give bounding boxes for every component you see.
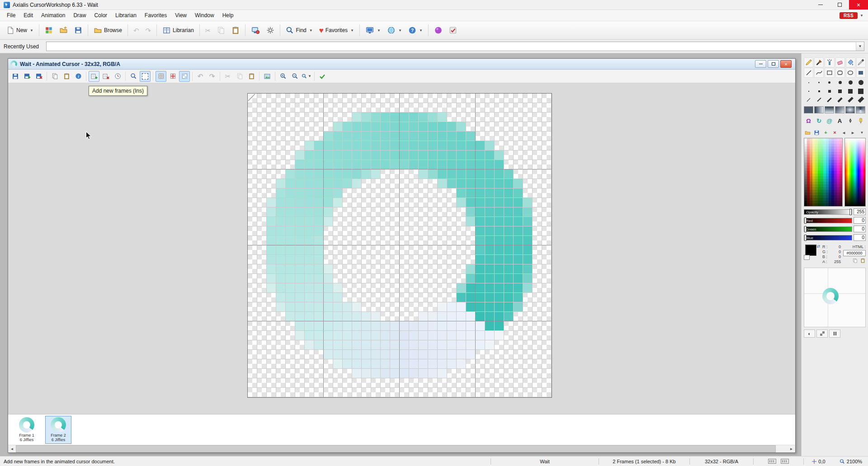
copy-html-button[interactable] xyxy=(852,258,858,264)
pixel-cell[interactable] xyxy=(495,132,504,141)
pixel-cell[interactable] xyxy=(400,141,409,151)
pixel-cell[interactable] xyxy=(457,350,466,359)
pixel-cell[interactable] xyxy=(352,274,362,283)
pixel-cell[interactable] xyxy=(533,388,542,397)
pixel-cell[interactable] xyxy=(400,151,409,160)
pixel-cell[interactable] xyxy=(333,188,343,198)
pixel-cell[interactable] xyxy=(447,236,457,245)
pixel-cell[interactable] xyxy=(257,226,267,236)
pixel-cell[interactable] xyxy=(381,293,390,302)
selection-tool-button[interactable] xyxy=(140,71,151,82)
pixel-cell[interactable] xyxy=(485,350,495,359)
pixel-cell[interactable] xyxy=(248,169,257,179)
pixel-cell[interactable] xyxy=(295,388,305,397)
pixel-cell[interactable] xyxy=(362,378,371,388)
pixel-cell[interactable] xyxy=(409,274,419,283)
pixel-cell[interactable] xyxy=(295,369,305,378)
pixel-cell[interactable] xyxy=(257,169,267,179)
pixel-cell[interactable] xyxy=(286,226,295,236)
pixel-cell[interactable] xyxy=(276,350,286,359)
pixel-cell[interactable] xyxy=(276,388,286,397)
pixel-cell[interactable] xyxy=(542,122,552,132)
at-symbol-tool-button[interactable]: @ xyxy=(825,116,834,125)
pixel-cell[interactable] xyxy=(419,245,428,255)
pixel-cell[interactable] xyxy=(457,274,466,283)
pixel-cell[interactable] xyxy=(343,312,352,321)
pixel-cell[interactable] xyxy=(438,369,447,378)
pixel-cell[interactable] xyxy=(485,359,495,369)
pixel-cell[interactable] xyxy=(371,160,381,169)
pixel-cell[interactable] xyxy=(542,245,552,255)
pixel-cell[interactable] xyxy=(390,359,400,369)
pixel-cell[interactable] xyxy=(542,312,552,321)
pixel-cell[interactable] xyxy=(305,169,314,179)
pixel-cell[interactable] xyxy=(438,207,447,217)
pixel-cell[interactable] xyxy=(485,151,495,160)
pixel-cell[interactable] xyxy=(409,132,419,141)
pixel-cell[interactable] xyxy=(343,132,352,141)
pixel-cell[interactable] xyxy=(305,255,314,264)
pixel-cell[interactable] xyxy=(447,103,457,113)
pixel-cell[interactable] xyxy=(523,359,533,369)
pixel-cell[interactable] xyxy=(438,245,447,255)
pixel-cell[interactable] xyxy=(286,141,295,151)
pixel-cell[interactable] xyxy=(324,302,333,312)
pixel-cell[interactable] xyxy=(447,151,457,160)
pixel-cell[interactable] xyxy=(409,198,419,207)
fill-style-diagonal-gradient-button[interactable] xyxy=(835,106,844,113)
pixel-cell[interactable] xyxy=(457,331,466,340)
pixel-cell[interactable] xyxy=(295,321,305,331)
pixel-cell[interactable] xyxy=(400,179,409,188)
pixel-cell[interactable] xyxy=(514,312,523,321)
curve-tool-button[interactable] xyxy=(814,68,824,78)
pixel-cell[interactable] xyxy=(447,302,457,312)
pixel-cell[interactable] xyxy=(428,151,438,160)
pixel-cell[interactable] xyxy=(542,160,552,169)
find-button[interactable]: Find ▼ xyxy=(283,24,315,37)
pixel-cell[interactable] xyxy=(428,169,438,179)
pixel-cell[interactable] xyxy=(542,188,552,198)
pixel-cell[interactable] xyxy=(428,369,438,378)
pixel-cell[interactable] xyxy=(362,293,371,302)
pixel-cell[interactable] xyxy=(352,132,362,141)
pixel-cell[interactable] xyxy=(457,207,466,217)
pixel-cell[interactable] xyxy=(438,151,447,160)
pixel-cell[interactable] xyxy=(371,103,381,113)
pixel-cell[interactable] xyxy=(514,321,523,331)
pixel-cell[interactable] xyxy=(542,236,552,245)
pixel-cell[interactable] xyxy=(428,340,438,350)
pixel-cell[interactable] xyxy=(400,169,409,179)
pixel-cell[interactable] xyxy=(400,207,409,217)
pixel-cell[interactable] xyxy=(324,388,333,397)
pixel-cell[interactable] xyxy=(248,179,257,188)
rounded-rectangle-tool-button[interactable] xyxy=(835,68,845,78)
pixel-cell[interactable] xyxy=(428,113,438,122)
pixel-cell[interactable] xyxy=(457,264,466,274)
save-button[interactable] xyxy=(71,24,85,37)
pixel-cell[interactable] xyxy=(276,302,286,312)
pixel-cell[interactable] xyxy=(466,321,476,331)
pixel-cell[interactable] xyxy=(466,302,476,312)
pixel-cell[interactable] xyxy=(324,103,333,113)
pixel-cell[interactable] xyxy=(371,113,381,122)
pixel-cell[interactable] xyxy=(381,94,390,103)
pixel-cell[interactable] xyxy=(400,321,409,331)
pixel-cell[interactable] xyxy=(485,160,495,169)
pixel-cell[interactable] xyxy=(390,293,400,302)
pixel-cell[interactable] xyxy=(447,255,457,264)
pixel-cell[interactable] xyxy=(457,122,466,132)
green-slider[interactable]: Green xyxy=(804,226,852,232)
palette-delete-button[interactable]: × xyxy=(831,129,839,136)
cut-button[interactable]: ✂ xyxy=(203,24,214,37)
pixel-cell[interactable] xyxy=(523,94,533,103)
pixel-cell[interactable] xyxy=(343,350,352,359)
pixel-cell[interactable] xyxy=(314,141,324,151)
pixel-cell[interactable] xyxy=(333,236,343,245)
pixel-cell[interactable] xyxy=(457,388,466,397)
pixel-cell[interactable] xyxy=(305,188,314,198)
pixel-cell[interactable] xyxy=(314,293,324,302)
pixel-cell[interactable] xyxy=(324,331,333,340)
pixel-cell[interactable] xyxy=(305,378,314,388)
pixel-cell[interactable] xyxy=(314,388,324,397)
pixel-cell[interactable] xyxy=(438,160,447,169)
